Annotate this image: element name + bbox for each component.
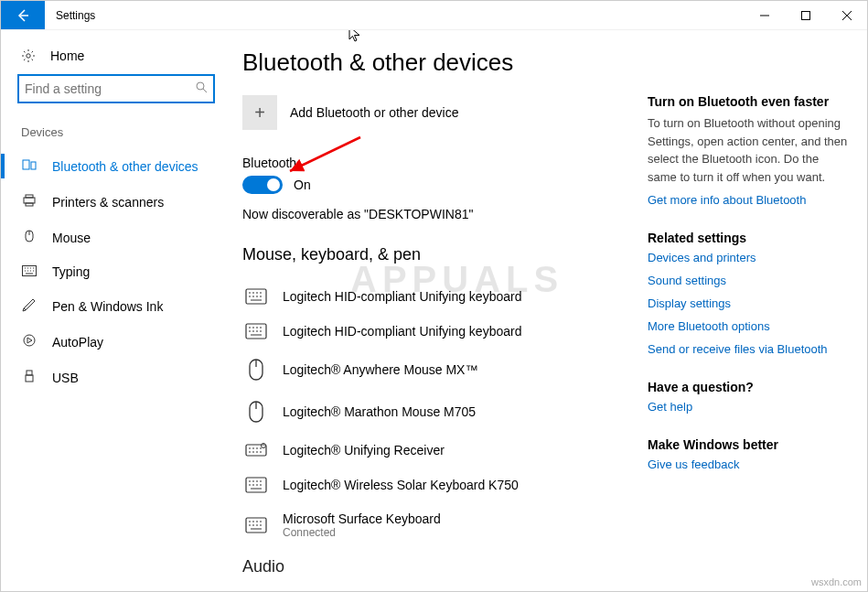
sidebar-item-typing[interactable]: Typing [1,255,231,288]
device-row[interactable]: Logitech® Anywhere Mouse MX™ [242,349,629,391]
sidebar-item-usb[interactable]: USB [1,360,231,395]
search-wrap [1,74,231,120]
cursor-icon [348,30,363,47]
device-name: Logitech® Marathon Mouse M705 [283,404,476,419]
sidebar-item-label: Mouse [52,231,91,245]
svg-rect-11 [27,371,32,375]
link-sound-settings[interactable]: Sound settings [648,274,849,287]
sidebar-category: Devices [1,120,231,148]
pen-icon [21,297,38,315]
content: Bluetooth & other devices + Add Bluetoot… [231,30,648,591]
info-panel: Turn on Bluetooth even faster To turn on… [648,30,867,591]
svg-point-19 [262,444,266,448]
mouse-icon [244,358,268,382]
mouse-icon [244,400,268,424]
sidebar-item-label: AutoPlay [52,335,103,350]
svg-rect-5 [24,198,35,203]
svg-rect-12 [26,375,33,382]
link-display-settings[interactable]: Display settings [648,296,849,310]
audio-heading: Audio [242,557,629,576]
printer-icon [21,193,38,210]
svg-point-1 [27,54,30,58]
link-devices-printers[interactable]: Devices and printers [648,251,849,264]
sidebar-item-bluetooth[interactable]: Bluetooth & other devices [1,148,231,184]
svg-point-10 [24,335,35,346]
discoverable-status: Now discoverable as "DESKTOPWIN81" [242,207,629,221]
bluetooth-toggle[interactable] [242,176,283,194]
device-name: Microsoft Surface Keyboard [283,511,441,526]
svg-rect-7 [26,203,33,206]
bluetooth-label: Bluetooth [242,156,629,170]
sidebar-item-mouse[interactable]: Mouse [1,220,231,255]
device-name: Logitech HID-compliant Unifying keyboard [283,289,521,304]
device-name: Logitech® Unifying Receiver [283,443,445,457]
svg-rect-0 [801,11,809,19]
sidebar-item-label: Pen & Windows Ink [52,299,163,314]
question-heading: Have a question? [648,380,849,394]
link-feedback[interactable]: Give us feedback [648,457,849,471]
device-row[interactable]: Logitech® Marathon Mouse M705 [242,391,629,433]
search-input[interactable] [17,74,215,103]
usb-icon [21,369,38,386]
bluetooth-state: On [294,178,311,192]
minimize-button[interactable] [744,1,785,29]
device-row[interactable]: Microsoft Surface KeyboardConnected [242,502,629,548]
link-send-receive-files[interactable]: Send or receive files via Bluetooth [648,342,849,356]
page-title: Bluetooth & other devices [242,48,629,77]
feedback-heading: Make Windows better [648,437,849,452]
sidebar-item-printers[interactable]: Printers & scanners [1,184,231,220]
svg-rect-3 [23,160,29,169]
sidebar-home[interactable]: Home [1,43,231,74]
device-name: Logitech HID-compliant Unifying keyboard [283,324,521,339]
mouse-icon [21,229,38,246]
tip-link[interactable]: Get more info about Bluetooth [648,193,849,207]
titlebar: Settings [1,1,867,30]
sidebar-home-label: Home [50,48,84,63]
plus-icon: + [242,95,277,130]
svg-rect-6 [26,195,33,198]
device-status: Connected [283,526,441,539]
sidebar-item-autoplay[interactable]: AutoPlay [1,324,231,360]
search-icon [196,81,208,96]
svg-rect-4 [31,162,36,169]
close-button[interactable] [826,1,867,29]
autoplay-icon [21,333,38,350]
sidebar-item-pen[interactable]: Pen & Windows Ink [1,288,231,324]
device-name: Logitech® Anywhere Mouse MX™ [283,362,477,377]
gear-icon [21,48,36,63]
arrow-left-icon [16,8,30,23]
window-controls [744,1,867,29]
sidebar-item-label: USB [52,371,79,385]
svg-rect-9 [23,266,37,276]
tip-text: To turn on Bluetooth without opening Set… [648,114,849,186]
keyboard-icon [21,264,38,279]
keyboard-icon [244,477,268,493]
keyboard-icon [244,517,268,533]
tip-heading: Turn on Bluetooth even faster [648,94,849,109]
back-button[interactable] [1,1,45,29]
window-title: Settings [45,1,744,29]
keyboard-icon [244,288,268,305]
sidebar-item-label: Bluetooth & other devices [52,159,198,174]
keyboard-icon [244,323,268,339]
add-device-label: Add Bluetooth or other device [290,105,458,120]
add-device-button[interactable]: + Add Bluetooth or other device [242,95,629,130]
source-tag: wsxdn.com [811,576,862,587]
svg-point-2 [197,82,204,90]
sidebar-item-label: Printers & scanners [52,195,164,210]
devices-icon [21,157,38,175]
device-row[interactable]: Logitech® Wireless Solar Keyboard K750 [242,468,629,502]
receiver-icon [244,442,268,458]
device-row[interactable]: Logitech HID-compliant Unifying keyboard [242,279,629,314]
link-get-help[interactable]: Get help [648,400,849,414]
related-heading: Related settings [648,231,849,245]
device-row[interactable]: Logitech HID-compliant Unifying keyboard [242,314,629,349]
device-name: Logitech® Wireless Solar Keyboard K750 [283,478,519,492]
sidebar: Home Devices Bluetooth & other devices P… [1,30,231,591]
sidebar-item-label: Typing [52,264,90,279]
maximize-button[interactable] [785,1,826,29]
link-more-bluetooth[interactable]: More Bluetooth options [648,319,849,333]
device-row[interactable]: Logitech® Unifying Receiver [242,433,629,468]
devices-heading: Mouse, keyboard, & pen [242,245,629,264]
